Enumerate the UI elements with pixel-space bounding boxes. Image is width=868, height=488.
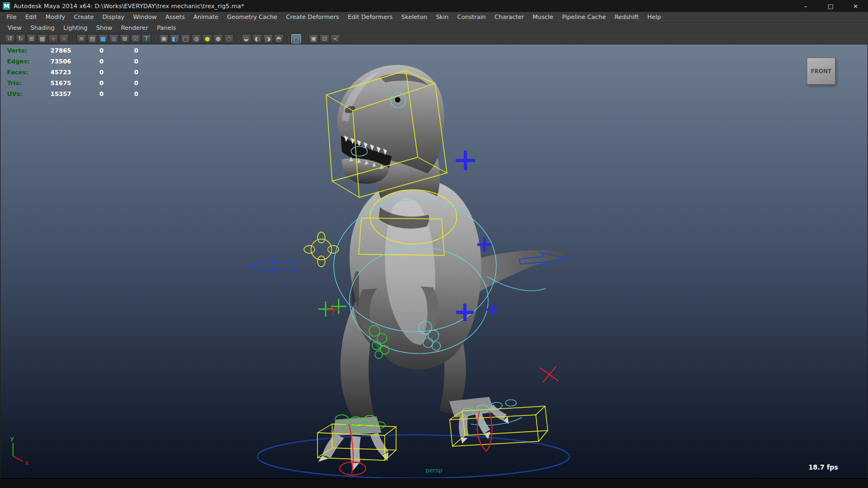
hud-v1: 27865 xyxy=(50,47,70,54)
maximize-button[interactable]: □ xyxy=(818,0,843,12)
fps-counter: 18.7 fps xyxy=(808,464,838,471)
render-flag-blue-icon[interactable]: ■ xyxy=(98,34,108,43)
hud-v2: 0 xyxy=(70,91,104,98)
xray-mode-icon[interactable]: ▣ xyxy=(309,34,318,43)
texture-tag-icon-glyph: T xyxy=(145,36,149,42)
panel-menu-shading[interactable]: Shading xyxy=(26,23,59,33)
highlight-selection-icon[interactable]: ▦ xyxy=(37,34,47,43)
camera-name-label[interactable]: persp xyxy=(1,467,867,474)
menu-animate[interactable]: Animate xyxy=(189,12,222,22)
menu-character[interactable]: Character xyxy=(490,12,528,22)
menu-window[interactable]: Window xyxy=(129,12,161,22)
window-controls: – □ × xyxy=(793,0,868,12)
menu-edit[interactable]: Edit xyxy=(21,12,41,22)
panel-menu-view[interactable]: View xyxy=(3,23,26,33)
viewport-panel[interactable]: Verts:2786500Edges:7350600Faces:4572300T… xyxy=(0,44,868,478)
menu-muscle[interactable]: Muscle xyxy=(528,12,558,22)
menu-edit-deformers[interactable]: Edit Deformers xyxy=(343,12,397,22)
panel-menu-show[interactable]: Show xyxy=(92,23,117,33)
panel-menu-panels[interactable]: Panels xyxy=(152,23,180,33)
isolate-select-icon[interactable]: ▢ xyxy=(291,34,301,43)
snap-to-grid-icon-glyph: + xyxy=(50,36,55,42)
ao-sphere-icon[interactable]: ◓ xyxy=(274,34,284,43)
hud-v1: 45723 xyxy=(50,69,70,76)
menu-file[interactable]: File xyxy=(2,12,21,22)
scene-hierarchy-icon[interactable]: ↺ xyxy=(5,34,15,43)
minimize-button[interactable]: – xyxy=(793,0,818,12)
textured-mode-icon[interactable]: ◧ xyxy=(170,34,180,43)
trex-model[interactable] xyxy=(318,65,566,471)
view-cube-front[interactable]: FRONT xyxy=(807,57,835,85)
default-material-icon[interactable]: ● xyxy=(202,34,212,43)
default-material-icon-glyph: ● xyxy=(205,36,210,42)
toolbar-separator xyxy=(287,35,288,43)
hud-label: Tris: xyxy=(7,80,50,87)
menu-bar: FileEditModifyCreateDisplayWindowAssetsA… xyxy=(0,12,868,23)
hud-v2: 0 xyxy=(70,58,104,65)
menu-pipeline-cache[interactable]: Pipeline Cache xyxy=(558,12,610,22)
hud-v1: 15357 xyxy=(50,91,70,98)
hud-row-uvs: UVs:1535700 xyxy=(7,88,138,99)
toolbar-separator xyxy=(155,35,156,43)
hud-v1: 51675 xyxy=(50,80,70,87)
menu-modify[interactable]: Modify xyxy=(41,12,69,22)
highlight-selection-icon-glyph: ▦ xyxy=(40,36,45,42)
snap-to-point-icon[interactable]: × xyxy=(59,34,69,43)
lighting-all-icon[interactable]: ◒ xyxy=(241,34,251,43)
hud-v2: 0 xyxy=(70,80,104,87)
lighting-default-icon[interactable]: ◐ xyxy=(252,34,262,43)
hud-label: Faces: xyxy=(7,69,50,76)
menu-display[interactable]: Display xyxy=(98,12,129,22)
menu-assets[interactable]: Assets xyxy=(161,12,189,22)
checker-sphere-icon[interactable]: ◍ xyxy=(192,34,201,43)
no-render-icon[interactable]: ⊠ xyxy=(120,34,130,43)
axis-indicator: y x xyxy=(8,434,35,465)
menu-constrain[interactable]: Constrain xyxy=(453,12,490,22)
shadows-icon[interactable]: ◑ xyxy=(263,34,273,43)
menu-help[interactable]: Help xyxy=(643,12,665,22)
share-view-icon[interactable]: ≺ xyxy=(330,34,340,43)
wireframe-mode-icon[interactable]: ▢ xyxy=(181,34,190,43)
hud-v3: 0 xyxy=(104,80,138,87)
list-input-operations-icon[interactable]: ≡ xyxy=(76,34,86,43)
render-check-icon[interactable]: ☑ xyxy=(131,34,141,43)
wire-sphere-icon[interactable]: ○ xyxy=(224,34,234,43)
panel-menu-bar: ViewShadingLightingShowRendererPanels xyxy=(0,23,868,33)
rig-blue-plus-1 xyxy=(456,151,475,170)
menu-geometry-cache[interactable]: Geometry Cache xyxy=(223,12,282,22)
rig-blue-plus-4 xyxy=(487,304,499,316)
snap-to-grid-icon[interactable]: + xyxy=(48,34,58,43)
texture-tag-icon[interactable]: T xyxy=(142,34,151,43)
grid-display-icon[interactable]: ⊞ xyxy=(27,34,36,43)
snap-to-point-icon-glyph: × xyxy=(61,36,66,42)
toolbar-separator xyxy=(237,35,238,43)
shaded-mode-icon[interactable]: ▣ xyxy=(159,34,169,43)
maya-logo-icon: M xyxy=(3,2,10,10)
render-flag-dark-icon[interactable]: ■ xyxy=(109,34,119,43)
xray-mode-icon-glyph: ▣ xyxy=(311,36,316,42)
title-bar: M Autodesk Maya 2014 x64: D:\Works\EVERY… xyxy=(0,0,868,12)
shaded-mode-icon-glyph: ▣ xyxy=(161,36,167,42)
menu-create[interactable]: Create xyxy=(69,12,98,22)
status-line-toolbar: ↺↻⊞▦+×≡▤■■⊠☑T▣◧▢◍●●○◒◐◑◓▢▣⊡≺ xyxy=(0,33,868,44)
menu-redshift[interactable]: Redshift xyxy=(610,12,643,22)
grid-display-icon-glyph: ⊞ xyxy=(29,36,34,42)
menu-create-deformers[interactable]: Create Deformers xyxy=(282,12,343,22)
camera-gate-icon[interactable]: ⊡ xyxy=(320,34,329,43)
panel-menu-lighting[interactable]: Lighting xyxy=(59,23,92,33)
hud-label: Verts: xyxy=(7,47,50,54)
close-button[interactable]: × xyxy=(843,0,868,12)
isolate-select-icon-glyph: ▢ xyxy=(293,36,299,42)
menu-skeleton[interactable]: Skeleton xyxy=(397,12,432,22)
panel-menu-renderer[interactable]: Renderer xyxy=(117,23,152,33)
scene-hierarchy-icon-glyph: ↺ xyxy=(7,36,12,42)
hud-v3: 0 xyxy=(104,58,138,65)
construction-history-icon[interactable]: ↻ xyxy=(16,34,25,43)
shaded-sphere-icon[interactable]: ● xyxy=(213,34,223,43)
construction-plane-icon[interactable]: ▤ xyxy=(87,34,97,43)
render-flag-blue-icon-glyph: ■ xyxy=(100,36,106,42)
hud-row-tris: Tris:5167500 xyxy=(7,78,138,88)
menu-skin[interactable]: Skin xyxy=(431,12,452,22)
no-render-icon-glyph: ⊠ xyxy=(122,36,127,42)
axis-y-label: y xyxy=(10,435,14,442)
